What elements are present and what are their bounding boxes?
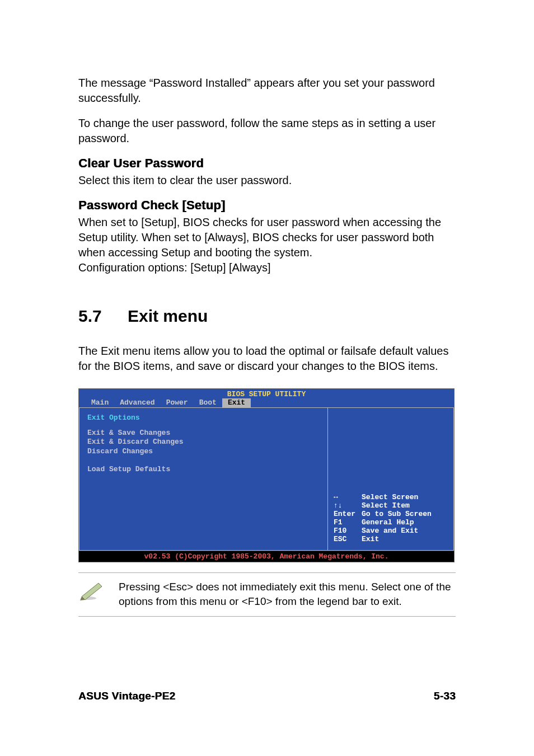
footer-product-name: ASUS Vintage-PE2	[78, 690, 175, 702]
intro-paragraph-2: To change the user password, follow the …	[78, 116, 456, 146]
section-heading: 5.7Exit menu	[78, 307, 456, 326]
bios-item-exit-discard: Exit & Discard Changes	[87, 438, 320, 447]
footer-page-number: 5-33	[434, 690, 456, 702]
help-key-enter: Enter	[334, 510, 362, 518]
bios-body: Exit Options Exit & Save Changes Exit & …	[79, 407, 454, 551]
bios-left-pane: Exit Options Exit & Save Changes Exit & …	[79, 407, 327, 551]
help-key-f10: F10	[334, 527, 362, 535]
bios-tab-advanced: Advanced	[114, 398, 160, 407]
bios-section-label: Exit Options	[87, 414, 320, 422]
help-key-arrows-ud: ↑↓	[334, 501, 362, 510]
help-val-save-exit: Save and Exit	[362, 527, 418, 535]
help-val-select-screen: Select Screen	[362, 493, 418, 501]
exit-menu-desc: The Exit menu items allow you to load th…	[78, 344, 456, 374]
section-title-text: Exit menu	[128, 307, 208, 325]
bios-tab-exit: Exit	[222, 398, 251, 407]
page-footer: ASUS Vintage-PE2 5-33	[78, 690, 456, 702]
bios-title: BIOS SETUP UTILITY	[79, 389, 454, 398]
bios-tab-bar: Main Advanced Power Boot Exit	[79, 398, 454, 407]
subheading-password-check: Password Check [Setup]	[78, 198, 456, 213]
bios-right-pane: ↔Select Screen ↑↓Select Item EnterGo to …	[327, 407, 454, 551]
help-key-esc: ESC	[334, 535, 362, 543]
clear-user-password-desc: Select this item to clear the user passw…	[78, 173, 456, 188]
password-check-options: Configuration options: [Setup] [Always]	[78, 260, 456, 275]
bios-item-discard: Discard Changes	[87, 447, 320, 456]
help-val-exit: Exit	[362, 535, 379, 543]
note-box: Pressing <Esc> does not immediately exit…	[78, 572, 456, 617]
bios-item-spacer	[87, 456, 320, 465]
bios-copyright-footer: v02.53 (C)Copyright 1985-2003, American …	[79, 551, 454, 562]
pencil-note-icon	[78, 580, 105, 601]
bios-item-load-defaults: Load Setup Defaults	[87, 465, 320, 474]
bios-tab-power: Power	[161, 398, 194, 407]
section-number: 5.7	[78, 307, 128, 326]
manual-page: The message “Password Installed” appears…	[0, 0, 534, 756]
help-key-arrows-lr: ↔	[334, 493, 362, 501]
note-text: Pressing <Esc> does not immediately exit…	[119, 580, 456, 608]
bios-item-exit-save: Exit & Save Changes	[87, 429, 320, 438]
bios-help-legend: ↔Select Screen ↑↓Select Item EnterGo to …	[334, 493, 449, 543]
bios-screenshot: BIOS SETUP UTILITY Main Advanced Power B…	[78, 388, 455, 562]
help-val-sub-screen: Go to Sub Screen	[362, 510, 432, 518]
password-check-desc: When set to [Setup], BIOS checks for use…	[78, 215, 456, 260]
subheading-clear-user-password: Clear User Password	[78, 156, 456, 171]
intro-paragraph-1: The message “Password Installed” appears…	[78, 76, 456, 106]
help-val-select-item: Select Item	[362, 501, 410, 510]
bios-tab-boot: Boot	[194, 398, 222, 407]
help-key-f1: F1	[334, 518, 362, 527]
bios-tab-main: Main	[86, 398, 114, 407]
help-val-general-help: General Help	[362, 518, 414, 527]
